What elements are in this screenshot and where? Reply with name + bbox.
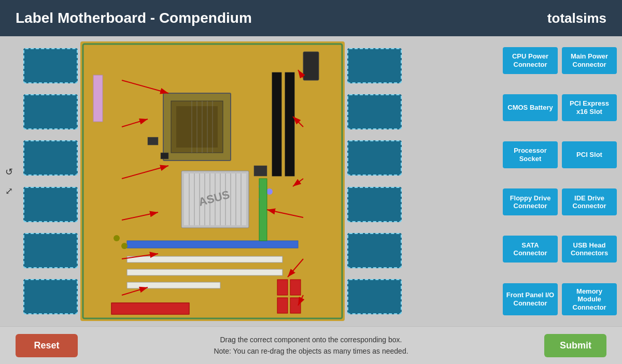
svg-rect-35 <box>290 280 301 295</box>
component-row-5: SATA Connector USB Head Connectors <box>503 236 617 263</box>
reset-view-button[interactable]: ↺ <box>5 166 13 178</box>
left-label-5[interactable] <box>23 233 78 268</box>
cmos-battery-button[interactable]: CMOS Battery <box>503 94 558 121</box>
component-row-3: Processor Socket PCI Slot <box>503 141 617 168</box>
reset-button[interactable]: Reset <box>16 334 78 357</box>
motherboard-svg: ASUS <box>80 41 345 321</box>
svg-rect-12 <box>272 72 281 176</box>
logo-bold: sims <box>576 10 606 26</box>
footer: Reset Drag the correct component onto th… <box>0 326 622 364</box>
motherboard-container: ASUS <box>80 41 345 321</box>
floppy-drive-connector-button[interactable]: Floppy Drive Connector <box>503 188 558 215</box>
component-row-2: CMOS Battery PCI Express x16 Slot <box>503 94 617 121</box>
svg-rect-34 <box>277 280 288 295</box>
left-label-2[interactable] <box>23 94 78 129</box>
ide-drive-connector-button[interactable]: IDE Drive Connector <box>562 188 617 215</box>
header: Label Motherboard - Compendium totalsims <box>0 0 622 36</box>
instruction-line-2: Note: You can re-drag the objects as man… <box>78 345 544 357</box>
component-buttons-section: CPU Power Connector Main Power Connector… <box>498 36 622 326</box>
svg-point-47 <box>121 243 128 249</box>
board-and-labels: ASUS <box>23 41 492 321</box>
component-row-1: CPU Power Connector Main Power Connector <box>503 47 617 74</box>
svg-rect-31 <box>127 282 220 288</box>
left-label-3[interactable] <box>23 140 78 176</box>
app-container: Label Motherboard - Compendium totalsims… <box>0 0 622 364</box>
left-label-1[interactable] <box>23 48 78 83</box>
right-label-5[interactable] <box>347 233 402 268</box>
right-label-1[interactable] <box>347 48 402 83</box>
logo: totalsims <box>547 10 606 26</box>
left-controls: ↺ ⤢ <box>0 36 18 326</box>
cpu-power-connector-button[interactable]: CPU Power Connector <box>503 47 558 74</box>
svg-rect-36 <box>277 298 288 313</box>
submit-button[interactable]: Submit <box>544 334 606 357</box>
component-row-4: Floppy Drive Connector IDE Drive Connect… <box>503 188 617 215</box>
svg-rect-38 <box>303 52 319 80</box>
left-label-6[interactable] <box>23 279 78 314</box>
page-title: Label Motherboard - Compendium <box>16 10 252 26</box>
svg-rect-13 <box>285 72 294 176</box>
board-section: ASUS <box>18 36 498 326</box>
sata-connector-button[interactable]: SATA Connector <box>503 236 558 263</box>
front-panel-io-button[interactable]: Front Panel I/O Connector <box>503 283 558 316</box>
svg-rect-39 <box>93 75 103 122</box>
right-label-2[interactable] <box>347 94 402 129</box>
svg-rect-32 <box>111 303 189 314</box>
processor-socket-button[interactable]: Processor Socket <box>503 141 558 168</box>
svg-point-46 <box>114 235 120 241</box>
right-label-3[interactable] <box>347 140 402 176</box>
right-label-6[interactable] <box>347 279 402 314</box>
usb-head-connectors-button[interactable]: USB Head Connectors <box>562 236 617 263</box>
component-row-6: Front Panel I/O Connector Memory Module … <box>503 283 617 316</box>
right-label-4[interactable] <box>347 187 402 222</box>
svg-rect-30 <box>127 269 282 275</box>
left-label-4[interactable] <box>23 187 78 222</box>
svg-rect-42 <box>254 166 267 176</box>
left-label-column <box>23 41 80 321</box>
instruction-line-1: Drag the correct component onto the corr… <box>78 334 544 345</box>
logo-light: total <box>547 10 576 26</box>
fit-view-button[interactable]: ⤢ <box>5 185 13 197</box>
right-label-column <box>345 41 402 321</box>
svg-rect-40 <box>148 137 158 145</box>
svg-rect-29 <box>127 256 282 263</box>
footer-instructions: Drag the correct component onto the corr… <box>78 334 544 357</box>
main-power-connector-button[interactable]: Main Power Connector <box>562 47 617 74</box>
memory-module-connector-button[interactable]: Memory Module Connector <box>562 283 617 316</box>
pci-slot-button[interactable]: PCI Slot <box>562 141 617 168</box>
svg-rect-28 <box>127 241 298 248</box>
main-area: ↺ ⤢ <box>0 36 622 326</box>
fit-view-icon: ⤢ <box>5 185 13 197</box>
reset-view-icon: ↺ <box>5 166 13 178</box>
svg-rect-37 <box>290 298 301 313</box>
svg-rect-41 <box>161 153 168 159</box>
svg-point-44 <box>266 188 273 195</box>
svg-rect-48 <box>259 179 267 241</box>
pci-express-x16-button[interactable]: PCI Express x16 Slot <box>562 94 617 121</box>
